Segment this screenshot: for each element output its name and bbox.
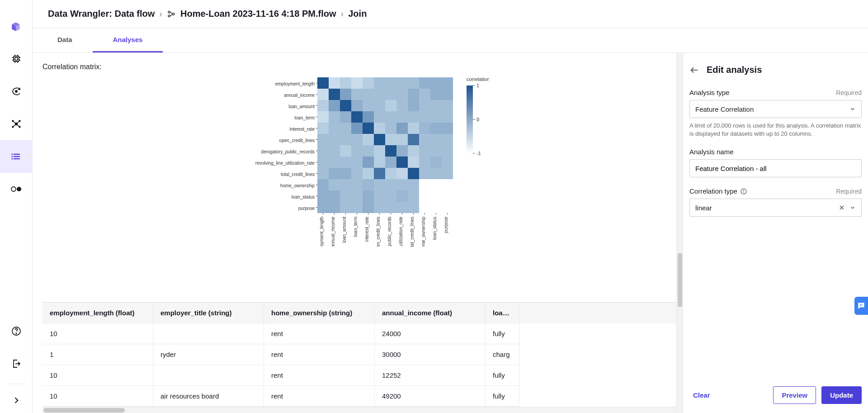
svg-point-30: [17, 187, 21, 191]
cell: 49200: [375, 386, 486, 407]
svg-rect-37: [329, 77, 340, 89]
svg-rect-144: [317, 179, 329, 190]
rail-dots-icon[interactable]: [0, 173, 33, 205]
svg-line-21: [13, 124, 16, 127]
svg-point-32: [16, 333, 17, 334]
svg-rect-152: [408, 179, 419, 190]
column-header[interactable]: employer_title (string): [153, 303, 264, 323]
clear-icon[interactable]: [839, 204, 845, 211]
svg-line-19: [13, 121, 16, 124]
svg-rect-115: [396, 145, 408, 157]
rail-list-icon[interactable]: [0, 140, 33, 173]
svg-point-35: [173, 13, 175, 14]
svg-rect-79: [396, 111, 408, 123]
svg-rect-109: [329, 145, 340, 157]
svg-rect-64: [363, 100, 374, 111]
svg-rect-150: [385, 179, 396, 190]
horizontal-scrollbar[interactable]: [42, 407, 683, 413]
svg-rect-111: [351, 145, 363, 157]
rail-help-icon[interactable]: [0, 315, 33, 347]
breadcrumb: Data Wrangler: Data flow › Home-Loan 202…: [33, 0, 868, 28]
rail-refresh-icon[interactable]: [0, 75, 33, 108]
cell: fully: [486, 365, 519, 386]
svg-rect-124: [363, 157, 374, 168]
analysis-type-select[interactable]: Feature Correlation: [689, 100, 862, 118]
chevron-right-icon: ›: [159, 9, 162, 19]
svg-rect-3: [14, 56, 19, 62]
correlation-type-select[interactable]: linear: [689, 199, 862, 217]
svg-rect-163: [396, 190, 408, 202]
table-row: 10rent24000fully: [42, 323, 683, 344]
svg-rect-135: [351, 168, 363, 179]
svg-rect-147: [351, 179, 363, 190]
vertical-scrollbar[interactable]: [676, 53, 683, 413]
svg-text:home_ownership: home_ownership: [280, 183, 315, 188]
cell: ryder: [153, 344, 264, 365]
svg-rect-67: [396, 100, 408, 111]
info-icon[interactable]: [740, 188, 747, 195]
svg-point-29: [11, 187, 16, 191]
breadcrumb-node: Join: [348, 9, 367, 19]
breadcrumb-file[interactable]: Home-Loan 2023-11-16 4:18 PM.flow: [167, 9, 336, 19]
svg-text:loan_amount: loan_amount: [288, 104, 315, 109]
table-row: 10air resources boardrent49200fully: [42, 386, 683, 407]
chat-bubble-icon[interactable]: [854, 297, 868, 315]
tab-analyses[interactable]: Analyses: [93, 28, 163, 52]
svg-rect-76: [363, 111, 374, 123]
preview-button[interactable]: Preview: [773, 386, 816, 404]
svg-rect-60: [317, 100, 329, 111]
svg-rect-61: [329, 100, 340, 111]
section-title: Correlation matrix:: [42, 63, 683, 75]
svg-rect-83: [442, 111, 453, 123]
required-indicator: Required: [836, 188, 862, 195]
svg-rect-102: [385, 134, 396, 145]
breadcrumb-root[interactable]: Data Wrangler: Data flow: [48, 9, 155, 19]
cell: rent: [264, 323, 375, 344]
analysis-name-input[interactable]: [689, 159, 862, 177]
column-header[interactable]: employment_length (float): [42, 303, 153, 323]
column-header[interactable]: annual_income (float): [375, 303, 486, 323]
svg-rect-158: [340, 190, 351, 202]
svg-rect-134: [340, 168, 351, 179]
rail-logo[interactable]: [0, 10, 33, 43]
svg-text:revolving_line_utilization_rat: revolving_line_utilization_rate: [255, 161, 315, 166]
rail-expand-icon[interactable]: [0, 388, 33, 413]
svg-rect-90: [385, 123, 396, 134]
column-header[interactable]: loan_st: [486, 303, 519, 323]
column-header[interactable]: home_ownership (string): [264, 303, 375, 323]
svg-rect-47: [442, 77, 453, 89]
svg-rect-86: [340, 123, 351, 134]
svg-line-20: [16, 121, 20, 124]
svg-rect-176: [408, 202, 419, 213]
svg-rect-143: [442, 168, 453, 179]
svg-rect-88: [363, 123, 374, 134]
rail-graph-icon[interactable]: [0, 108, 33, 140]
back-arrow-icon[interactable]: [689, 65, 699, 75]
svg-rect-72: [317, 111, 329, 123]
rail-logout-icon[interactable]: [0, 347, 33, 380]
svg-rect-149: [374, 179, 385, 190]
content-tabs: Data Analyses: [33, 28, 868, 53]
table-row: 1ryderrent30000charg: [42, 344, 683, 365]
cell: 1: [42, 344, 153, 365]
svg-text:purpose: purpose: [443, 217, 448, 233]
svg-text:loan_amount: loan_amount: [342, 217, 347, 243]
svg-rect-40: [363, 77, 374, 89]
svg-rect-107: [442, 134, 453, 145]
svg-text:correlation: correlation: [467, 76, 489, 82]
update-button[interactable]: Update: [821, 386, 862, 404]
tab-data[interactable]: Data: [37, 28, 93, 52]
svg-rect-92: [408, 123, 419, 134]
svg-rect-100: [363, 134, 374, 145]
svg-rect-169: [329, 202, 340, 213]
svg-rect-85: [329, 123, 340, 134]
svg-rect-58: [430, 89, 442, 100]
svg-rect-157: [329, 190, 340, 202]
clear-button[interactable]: Clear: [689, 387, 714, 404]
svg-rect-65: [374, 100, 385, 111]
svg-rect-68: [408, 100, 419, 111]
svg-rect-36: [317, 77, 329, 89]
rail-chip-icon[interactable]: [0, 43, 33, 75]
svg-rect-74: [340, 111, 351, 123]
svg-rect-151: [396, 179, 408, 190]
